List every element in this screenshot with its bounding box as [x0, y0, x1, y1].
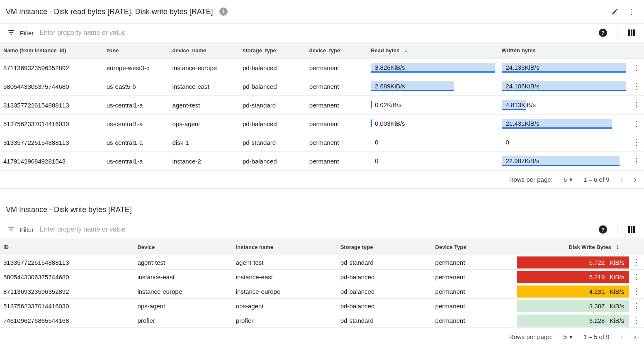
- filter-icon[interactable]: [7, 29, 15, 37]
- table-row: 3133577226154888113agent-testagent-testp…: [0, 255, 644, 270]
- rows-per-page-label: Rows per page:: [509, 176, 553, 183]
- columns-icon[interactable]: [626, 224, 637, 235]
- table-row: 3133577226154888113us-central1-aagent-te…: [0, 96, 644, 115]
- cell: permanent: [432, 299, 517, 313]
- table-row: 417914296849281543us-central1-ainstance-…: [0, 152, 644, 171]
- rows-per-page-select[interactable]: 6 ▾: [564, 176, 573, 183]
- cell: profier: [134, 313, 232, 328]
- cell: permanent: [306, 59, 367, 77]
- filter-icon[interactable]: [7, 225, 15, 234]
- col-header[interactable]: Read bytes ↓: [367, 42, 498, 59]
- help-icon[interactable]: ?: [597, 27, 609, 39]
- row-more-icon[interactable]: ⋮: [633, 258, 640, 266]
- help-icon[interactable]: ?: [597, 224, 609, 235]
- row-more-icon[interactable]: ⋮: [633, 101, 640, 109]
- cell: us-central1-a: [103, 133, 169, 152]
- filter-bar: Filter ?: [0, 23, 644, 42]
- panel-title: VM Instance - Disk read bytes [RATE], Di…: [6, 7, 213, 16]
- cell: ops-agent: [134, 299, 232, 313]
- cell: permanent: [306, 115, 367, 133]
- metric-cell: 0: [367, 152, 498, 171]
- cell: ops-agent: [169, 115, 239, 133]
- metric-cell: 5.219KiB/s: [517, 270, 629, 284]
- cell: profier: [233, 313, 337, 328]
- col-header[interactable]: device_type: [306, 42, 367, 59]
- cell: pd-balanced: [337, 270, 432, 284]
- metric-cell: 4.231KiB/s: [517, 284, 629, 299]
- cell: 5805443306375744680: [0, 77, 103, 96]
- row-more-icon[interactable]: ⋮: [633, 63, 640, 72]
- metric-cell: 5.722KiB/s: [517, 255, 629, 270]
- cell: agent-test: [169, 96, 239, 115]
- row-more-icon[interactable]: ⋮: [633, 273, 640, 281]
- filter-input[interactable]: [39, 225, 246, 234]
- cell: pd-standard: [239, 133, 306, 152]
- cell: 5137562337014416030: [0, 115, 103, 133]
- cell: instance-east: [233, 270, 337, 284]
- filter-input[interactable]: [39, 29, 246, 37]
- metric-cell: 3.228KiB/s: [517, 313, 629, 328]
- col-header[interactable]: Instance name: [233, 239, 337, 255]
- col-header[interactable]: Name (from instance_id): [0, 42, 103, 59]
- col-header[interactable]: Disk Write Bytes ↓: [517, 239, 629, 255]
- metric-cell: 21.431KiB/s: [498, 115, 629, 133]
- cell: pd-balanced: [239, 77, 306, 96]
- panel-disk-write: VM Instance - Disk write bytes [RATE] Fi…: [0, 200, 644, 346]
- row-more-icon[interactable]: ⋮: [633, 302, 640, 310]
- cell: pd-balanced: [337, 299, 432, 313]
- next-page-icon[interactable]: ›: [634, 332, 637, 342]
- cell: permanent: [306, 133, 367, 152]
- cell: agent-test: [134, 255, 232, 270]
- metric-cell: 3.826KiB/s: [367, 59, 498, 77]
- metric-cell: 3.387KiB/s: [517, 299, 629, 313]
- panel-header: VM Instance - Disk read bytes [RATE], Di…: [0, 0, 644, 23]
- metric-cell: 2.689KiB/s: [367, 77, 498, 96]
- col-header[interactable]: Device: [134, 239, 232, 255]
- col-header[interactable]: Written bytes: [498, 42, 629, 59]
- cell: pd-balanced: [239, 115, 306, 133]
- columns-icon[interactable]: [626, 27, 637, 39]
- row-more-icon[interactable]: ⋮: [633, 287, 640, 295]
- page-range: 1 – 6 of 9: [583, 176, 610, 183]
- col-header[interactable]: device_name: [169, 42, 239, 59]
- row-more-icon[interactable]: ⋮: [633, 120, 640, 128]
- prev-page-icon[interactable]: ‹: [620, 175, 623, 184]
- row-more-icon[interactable]: ⋮: [633, 157, 640, 165]
- table-row: 8711369323596352892instance-europeinstan…: [0, 284, 644, 299]
- col-header[interactable]: Storage type: [337, 239, 432, 255]
- rows-per-page-select[interactable]: 5 ▾: [564, 333, 573, 341]
- cell: 3133577226154888113: [0, 96, 103, 115]
- cell: instance-2: [169, 152, 239, 171]
- metric-cell: 0: [498, 133, 629, 152]
- next-page-icon[interactable]: ›: [634, 175, 637, 184]
- cell: ops-agent: [233, 299, 337, 313]
- cell: permanent: [432, 284, 517, 299]
- panel-disk-rw: VM Instance - Disk read bytes [RATE], Di…: [0, 0, 644, 189]
- cell: pd-balanced: [239, 59, 306, 77]
- row-more-icon[interactable]: ⋮: [633, 316, 640, 325]
- edit-icon[interactable]: [609, 6, 621, 17]
- col-header[interactable]: Device Type: [432, 239, 517, 255]
- filter-label: Filter: [20, 226, 34, 233]
- row-more-icon[interactable]: ⋮: [633, 82, 640, 90]
- col-header[interactable]: storage_type: [239, 42, 306, 59]
- panel-title: VM Instance - Disk write bytes [RATE]: [6, 205, 132, 214]
- dropdown-icon: ▾: [569, 333, 573, 341]
- filter-bar: Filter ?: [0, 220, 644, 239]
- metric-cell: 24.106KiB/s: [498, 77, 629, 96]
- info-icon[interactable]: i: [218, 6, 229, 17]
- row-more-icon[interactable]: ⋮: [633, 138, 640, 146]
- cell: 8711369323596352892: [0, 284, 134, 299]
- panel-more-icon[interactable]: ⋮: [626, 6, 637, 17]
- cell: 417914296849281543: [0, 152, 103, 171]
- cell: 7461096276865544168: [0, 313, 134, 328]
- col-header[interactable]: ID: [0, 239, 134, 255]
- rows-per-page-value: 5: [564, 333, 567, 340]
- prev-page-icon[interactable]: ‹: [620, 332, 623, 342]
- sort-desc-icon: ↓: [616, 243, 619, 250]
- metric-cell: 22.987KiB/s: [498, 152, 629, 171]
- cell: permanent: [432, 255, 517, 270]
- table-row: 5137562337014416030us-central1-aops-agen…: [0, 115, 644, 133]
- cell: permanent: [306, 77, 367, 96]
- col-header[interactable]: zone: [103, 42, 169, 59]
